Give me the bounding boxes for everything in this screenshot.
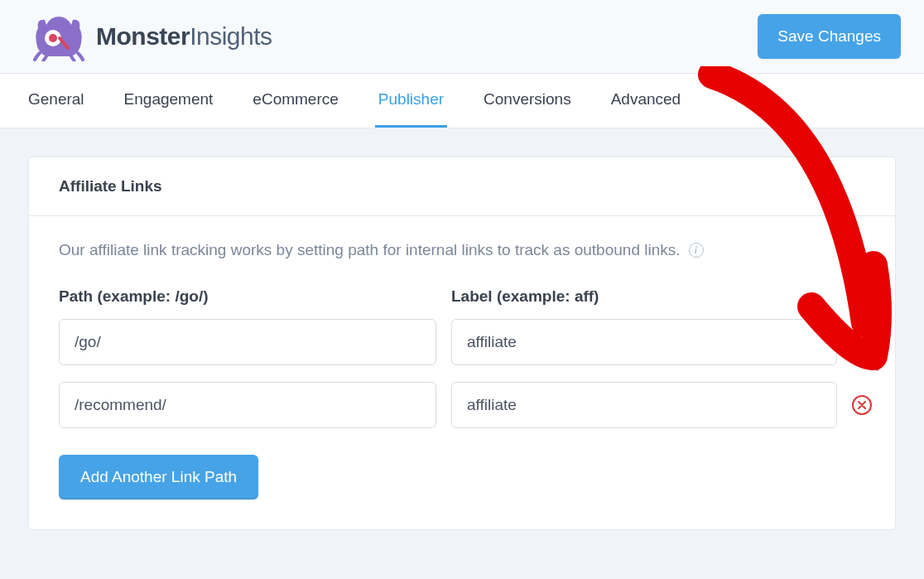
- tab-publisher[interactable]: Publisher: [375, 74, 447, 128]
- card-title: Affiliate Links: [29, 157, 895, 216]
- tab-conversions[interactable]: Conversions: [480, 74, 575, 128]
- card-body: Our affiliate link tracking works by set…: [29, 216, 895, 529]
- remove-row-button[interactable]: [852, 332, 872, 352]
- label-column-label: Label (example: aff): [451, 287, 837, 306]
- tab-engagement[interactable]: Engagement: [121, 74, 217, 128]
- section-description: Our affiliate link tracking works by set…: [59, 241, 681, 259]
- label-input[interactable]: [451, 319, 837, 365]
- app-header: MonsterInsights Save Changes: [0, 0, 924, 74]
- path-input[interactable]: [59, 319, 436, 365]
- tab-advanced[interactable]: Advanced: [608, 74, 685, 128]
- brand-bold: Monster: [96, 22, 190, 50]
- brand-light: Insights: [190, 22, 272, 50]
- save-changes-button[interactable]: Save Changes: [758, 14, 901, 59]
- close-icon: [858, 401, 866, 409]
- link-row: [59, 382, 865, 428]
- add-link-path-button[interactable]: Add Another Link Path: [59, 455, 258, 499]
- path-column-label: Path (example: /go/): [59, 287, 436, 306]
- close-icon: [858, 338, 866, 346]
- link-row: [59, 319, 865, 365]
- path-input[interactable]: [59, 382, 436, 428]
- affiliate-links-card: Affiliate Links Our affiliate link track…: [28, 157, 896, 530]
- info-icon[interactable]: i: [689, 243, 704, 258]
- tab-ecommerce[interactable]: eCommerce: [249, 74, 341, 128]
- brand-text: MonsterInsights: [96, 22, 272, 51]
- settings-tabs: General Engagement eCommerce Publisher C…: [0, 74, 924, 128]
- tab-general[interactable]: General: [25, 74, 88, 128]
- columns-header: Path (example: /go/) Label (example: aff…: [59, 287, 865, 306]
- remove-row-button[interactable]: [852, 395, 872, 415]
- content-area: Affiliate Links Our affiliate link track…: [0, 128, 924, 558]
- brand-logo: MonsterInsights: [30, 12, 272, 61]
- label-input[interactable]: [451, 382, 837, 428]
- svg-point-1: [49, 34, 57, 42]
- monster-icon: [30, 12, 88, 61]
- section-description-row: Our affiliate link tracking works by set…: [59, 241, 865, 259]
